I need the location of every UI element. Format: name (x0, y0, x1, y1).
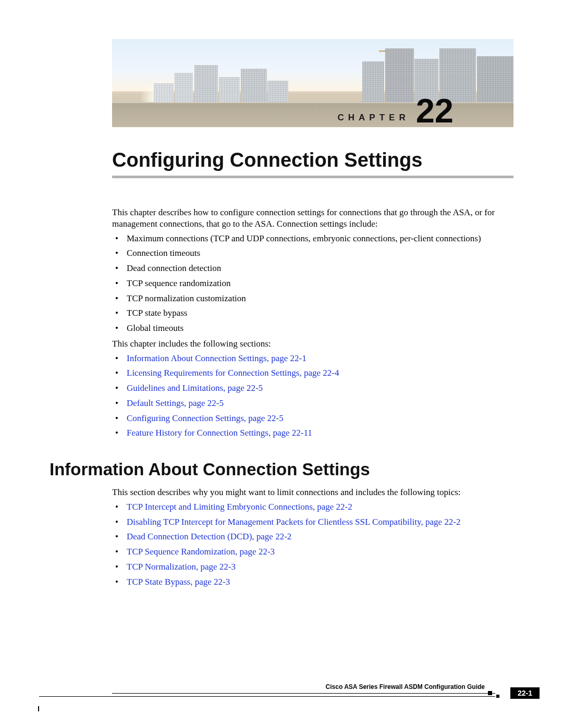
list-item: TCP sequence randomization (125, 278, 513, 289)
list-item: TCP normalization customization (125, 293, 513, 304)
section2-links-list: TCP Intercept and Limiting Embryonic Con… (125, 501, 513, 588)
list-item: TCP Sequence Randomization, page 22-3 (125, 546, 513, 558)
list-item: Dead Connection Detection (DCD), page 22… (125, 531, 513, 542)
xref-link[interactable]: TCP Normalization, page 22-3 (127, 562, 236, 572)
intro-paragraph-2: This chapter includes the following sect… (112, 338, 513, 350)
section2-intro: This section describes why you might wan… (112, 487, 513, 498)
list-item: Connection timeouts (125, 248, 513, 259)
xref-link[interactable]: TCP State Bypass, page 22-3 (127, 577, 230, 587)
sections-list: Information About Connection Settings, p… (125, 353, 513, 439)
chapter-number: 22 (416, 96, 454, 125)
xref-link[interactable]: Guidelines and Limitations, page 22-5 (127, 383, 263, 393)
list-item: TCP Intercept and Limiting Embryonic Con… (125, 501, 513, 513)
xref-link[interactable]: Dead Connection Detection (DCD), page 22… (127, 532, 291, 541)
xref-link[interactable]: TCP Sequence Randomization, page 22-3 (127, 547, 275, 557)
chapter-header-image: CHAPTER 22 (112, 39, 513, 127)
list-item: Disabling TCP Intercept for Management P… (125, 516, 513, 528)
title-rule (112, 176, 513, 178)
xref-link[interactable]: Configuring Connection Settings, page 22… (127, 413, 284, 423)
list-item: Feature History for Connection Settings,… (125, 427, 513, 439)
footer-square-icon (496, 695, 499, 698)
xref-link[interactable]: TCP Intercept and Limiting Embryonic Con… (127, 502, 352, 512)
list-item: Configuring Connection Settings, page 22… (125, 413, 513, 424)
features-list: Maximum connections (TCP and UDP connect… (125, 233, 513, 334)
chapter-title: Configuring Connection Settings (112, 149, 513, 171)
xref-link[interactable]: Disabling TCP Intercept for Management P… (127, 517, 460, 527)
list-item: Information About Connection Settings, p… (125, 353, 513, 364)
xref-link[interactable]: Feature History for Connection Settings,… (127, 428, 312, 438)
footer-square-icon (488, 691, 492, 695)
list-item: TCP state bypass (125, 307, 513, 319)
page-number-badge: 22-1 (510, 687, 540, 699)
footer-guide-title: Cisco ASA Series Firewall ASDM Configura… (326, 683, 485, 690)
page-footer: Cisco ASA Series Firewall ASDM Configura… (50, 690, 563, 706)
section-heading: Information About Connection Settings (50, 459, 513, 480)
list-item: Licensing Requirements for Connection Se… (125, 367, 513, 379)
list-item: Maximum connections (TCP and UDP connect… (125, 233, 513, 244)
list-item: TCP Normalization, page 22-3 (125, 561, 513, 573)
list-item: TCP State Bypass, page 22-3 (125, 576, 513, 588)
chapter-label: CHAPTER (338, 113, 410, 125)
xref-link[interactable]: Default Settings, page 22-5 (127, 398, 224, 408)
list-item: Global timeouts (125, 323, 513, 334)
list-item: Guidelines and Limitations, page 22-5 (125, 382, 513, 394)
xref-link[interactable]: Information About Connection Settings, p… (127, 353, 307, 363)
xref-link[interactable]: Licensing Requirements for Connection Se… (127, 368, 339, 378)
list-item: Default Settings, page 22-5 (125, 398, 513, 409)
list-item: Dead connection detection (125, 263, 513, 274)
intro-paragraph-1: This chapter describes how to configure … (112, 207, 513, 230)
